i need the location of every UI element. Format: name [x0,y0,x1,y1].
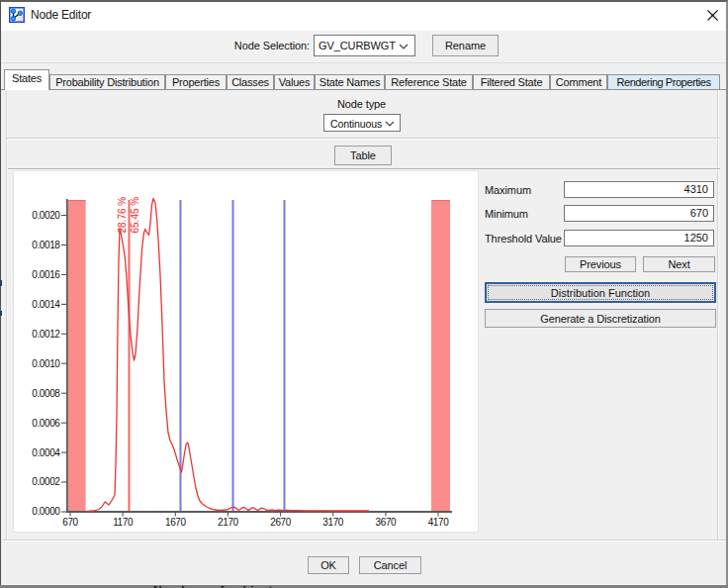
svg-text:0.0004: 0.0004 [32,447,60,458]
svg-text:2170: 2170 [218,517,238,528]
svg-text:28.76 %: 28.76 % [117,197,128,234]
svg-text:0.0000: 0.0000 [32,506,60,517]
svg-text:65.45 %: 65.45 % [130,197,140,234]
svg-text:0.0014: 0.0014 [32,299,60,310]
svg-text:0.0018: 0.0018 [32,240,60,250]
svg-text:1670: 1670 [165,517,186,528]
svg-text:4170: 4170 [428,517,449,528]
svg-text:0.0006: 0.0006 [32,418,60,429]
svg-text:0.0020: 0.0020 [32,210,60,221]
svg-text:0.0016: 0.0016 [32,269,60,280]
svg-text:0.0010: 0.0010 [32,358,60,369]
svg-text:3670: 3670 [376,517,397,528]
svg-text:670: 670 [62,517,78,528]
svg-text:0.0002: 0.0002 [32,476,60,487]
svg-text:0.0008: 0.0008 [32,388,60,399]
svg-text:3170: 3170 [322,517,343,528]
svg-text:2670: 2670 [270,517,291,528]
svg-text:0.0012: 0.0012 [32,329,60,340]
svg-text:1170: 1170 [113,517,134,528]
